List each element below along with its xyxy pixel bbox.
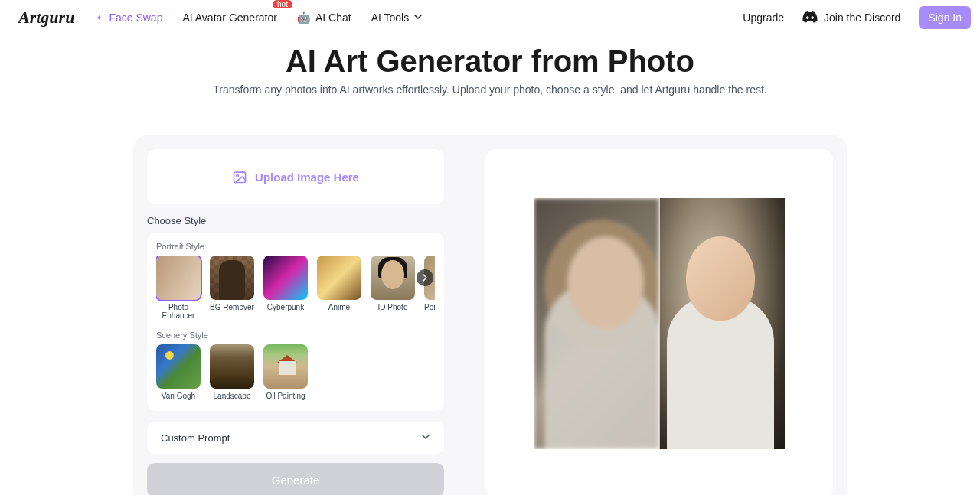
custom-prompt-label: Custom Prompt: [161, 432, 230, 444]
style-label: Cyberpunk: [263, 303, 308, 311]
style-landscape[interactable]: Landscape: [210, 344, 254, 400]
nav-ai-tools-label: AI Tools: [371, 11, 410, 24]
nav-discord-label: Join the Discord: [824, 11, 900, 24]
robot-icon: 🤖: [297, 11, 311, 24]
preview-before: [534, 198, 659, 449]
svg-point-1: [237, 175, 239, 177]
preview-panel: [485, 149, 833, 495]
hero: AI Art Generator from Photo Transform an…: [0, 35, 980, 109]
style-label: Oil Painting: [263, 392, 308, 400]
comparison-divider[interactable]: [659, 198, 660, 449]
hot-badge: hot: [273, 0, 292, 8]
nav-face-swap-label: Face Swap: [109, 11, 162, 24]
nav-face-swap[interactable]: ✦ Face Swap: [96, 11, 162, 24]
nav-avatar-label: AI Avatar Generator: [182, 11, 276, 24]
nav-right: Upgrade Join the Discord Sign In: [743, 6, 971, 29]
preview-after: [659, 198, 785, 449]
style-thumb: [371, 256, 415, 300]
controls-column: Upload Image Here Choose Style Portrait …: [147, 149, 444, 495]
style-portrait[interactable]: Portrait: [424, 256, 435, 320]
style-label: Portrait: [424, 303, 435, 311]
style-id-photo[interactable]: ID Photo: [371, 256, 415, 320]
discord-icon: [802, 11, 818, 24]
nav-ai-chat[interactable]: 🤖 AI Chat: [297, 11, 351, 24]
style-thumb: [263, 256, 308, 300]
style-label: Landscape: [210, 392, 254, 400]
upload-image-icon: [232, 169, 247, 184]
chevron-down-icon: [413, 12, 423, 24]
style-thumb: [210, 256, 254, 300]
style-label: Anime: [317, 303, 361, 311]
nav-discord[interactable]: Join the Discord: [802, 11, 900, 24]
style-thumb: [317, 256, 361, 300]
chevron-right-icon: [422, 274, 428, 282]
sparkle-icon: ✦: [96, 13, 103, 23]
sign-in-button[interactable]: Sign In: [919, 6, 971, 29]
style-label: Van Gogh: [156, 392, 201, 400]
style-label: ID Photo: [371, 303, 415, 311]
nav-left: ✦ Face Swap AI Avatar Generator hot 🤖 AI…: [96, 11, 743, 24]
style-label: BG Remover: [210, 303, 254, 311]
generate-button[interactable]: Generate: [147, 463, 444, 495]
style-thumb: [210, 344, 254, 389]
portrait-section-label: Portrait Style: [156, 242, 435, 251]
brand-logo[interactable]: Artguru: [18, 8, 74, 28]
page-title: AI Art Generator from Photo: [0, 44, 980, 79]
page-subtitle: Transform any photos into AI artworks ef…: [0, 83, 980, 96]
nav-upgrade[interactable]: Upgrade: [743, 11, 784, 24]
style-thumb: [156, 344, 201, 389]
style-photo-enhancer[interactable]: Photo Enhancer: [156, 256, 201, 320]
style-van-gogh[interactable]: Van Gogh: [156, 344, 201, 400]
portrait-style-row: Photo Enhancer BG Remover Cyberpunk Anim…: [156, 256, 435, 320]
nav-ai-chat-label: AI Chat: [315, 11, 351, 24]
nav-avatar-generator[interactable]: AI Avatar Generator hot: [182, 11, 276, 24]
scenery-section-label: Scenery Style: [156, 331, 435, 340]
style-anime[interactable]: Anime: [317, 256, 361, 320]
nav-ai-tools[interactable]: AI Tools: [371, 11, 423, 24]
style-thumb: [263, 344, 308, 389]
main-panel: Upload Image Here Choose Style Portrait …: [133, 135, 847, 495]
upload-label: Upload Image Here: [255, 171, 359, 184]
custom-prompt-toggle[interactable]: Custom Prompt: [147, 422, 444, 454]
style-card: Portrait Style Photo Enhancer BG Remover…: [147, 233, 444, 411]
style-oil-painting[interactable]: Oil Painting: [263, 344, 308, 400]
style-thumb: [156, 256, 201, 300]
style-label: Photo Enhancer: [156, 303, 201, 320]
header: Artguru ✦ Face Swap AI Avatar Generator …: [0, 0, 980, 35]
chevron-down-icon: [421, 431, 430, 445]
scenery-style-row: Van Gogh Landscape Oil Painting: [156, 344, 435, 400]
style-bg-remover[interactable]: BG Remover: [210, 256, 254, 320]
upload-area[interactable]: Upload Image Here: [147, 149, 444, 204]
style-cyberpunk[interactable]: Cyberpunk: [263, 256, 308, 320]
preview-comparison[interactable]: [534, 198, 785, 449]
choose-style-label: Choose Style: [147, 215, 444, 226]
next-styles-button[interactable]: [416, 269, 433, 286]
